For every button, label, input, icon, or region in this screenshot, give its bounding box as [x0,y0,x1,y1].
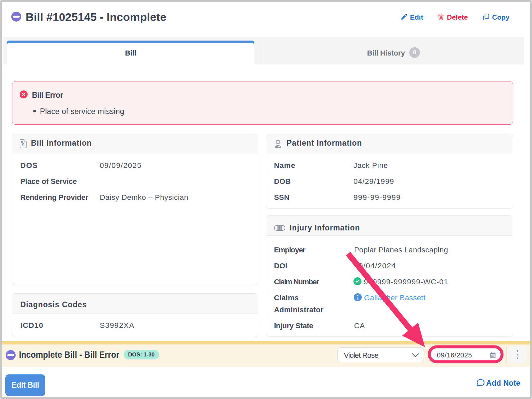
svg-text:$: $ [22,142,25,147]
